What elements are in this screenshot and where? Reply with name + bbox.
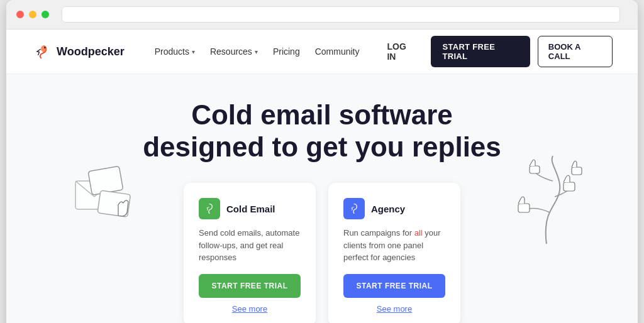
chevron-down-icon: ▾ (192, 48, 195, 55)
svg-rect-10 (530, 166, 540, 173)
cold-email-title: Cold Email (226, 204, 275, 214)
hero-headline: Cold email software designed to get you … (31, 99, 613, 163)
hero-section: Cold email software designed to get you … (6, 74, 638, 323)
window-minimize-dot[interactable] (29, 11, 36, 18)
nav-products[interactable]: Products ▾ (155, 47, 195, 57)
card-header: Agency (343, 198, 445, 219)
window-close-dot[interactable] (16, 11, 24, 18)
chevron-down-icon: ▾ (255, 48, 258, 55)
logo-icon (31, 41, 52, 62)
navbar: Woodpecker Products ▾ Resources ▾ Pricin… (6, 30, 638, 74)
nav-resources[interactable]: Resources ▾ (210, 47, 258, 57)
agency-desc: Run campaigns for all your clients from … (343, 227, 445, 264)
start-trial-button[interactable]: START FREE TRIAL (431, 36, 530, 67)
nav-actions: LOG IN START FREE TRIAL BOOK A CALL (379, 36, 613, 67)
cold-email-card: Cold Email Send cold emails, automate fo… (184, 183, 316, 323)
cold-email-icon (199, 198, 220, 219)
browser-chrome (6, 0, 638, 30)
logo-text: Woodpecker (57, 45, 125, 58)
nav-community[interactable]: Community (315, 47, 360, 57)
card-header: Cold Email (199, 198, 301, 219)
nav-pricing[interactable]: Pricing (273, 47, 300, 57)
product-cards: Cold Email Send cold emails, automate fo… (31, 183, 613, 323)
svg-rect-11 (572, 167, 582, 175)
logo[interactable]: Woodpecker (31, 41, 125, 62)
cold-email-desc: Send cold emails, automate follow-ups, a… (199, 227, 301, 264)
svg-point-2 (44, 47, 46, 48)
cold-email-cta[interactable]: START FREE TRIAL (199, 274, 301, 298)
svg-rect-0 (31, 41, 52, 62)
agency-icon (343, 198, 365, 219)
agency-title: Agency (371, 204, 405, 214)
window-maximize-dot[interactable] (42, 11, 49, 18)
agency-see-more[interactable]: See more (343, 304, 445, 314)
book-call-button[interactable]: BOOK A CALL (538, 36, 613, 67)
agency-cta[interactable]: START FREE TRIAL (343, 274, 445, 298)
agency-card: Agency Run campaigns for all your client… (328, 183, 460, 323)
nav-links: Products ▾ Resources ▾ Pricing Community (155, 47, 360, 57)
cold-email-see-more[interactable]: See more (199, 304, 301, 314)
address-bar[interactable] (62, 6, 620, 23)
svg-point-1 (41, 45, 47, 52)
login-button[interactable]: LOG IN (379, 36, 423, 67)
